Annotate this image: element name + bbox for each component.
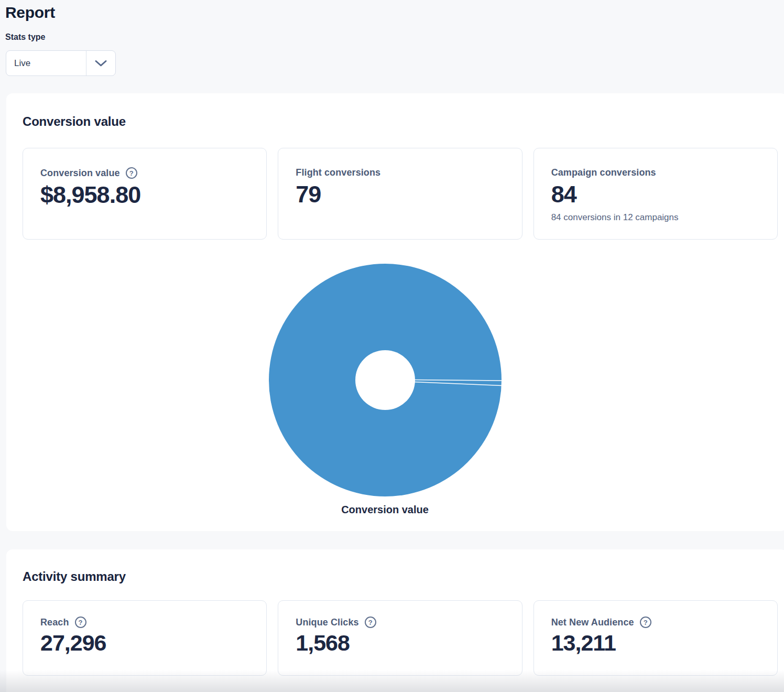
card-value: 13,211 — [551, 631, 760, 655]
help-icon[interactable]: ? — [126, 167, 137, 179]
help-icon[interactable]: ? — [75, 617, 86, 628]
donut-hole — [355, 350, 415, 410]
chevron-down-icon — [86, 51, 115, 75]
card-value: 27,296 — [40, 631, 249, 655]
conversion-cards-row: Conversion value ? $8,958.80 Flight conv… — [23, 148, 778, 240]
card-label: Flight conversions — [296, 167, 380, 178]
card-flight-conversions: Flight conversions 79 — [278, 148, 522, 240]
card-value: 79 — [296, 181, 505, 208]
donut-chart-caption: Conversion value — [341, 504, 429, 516]
card-campaign-conversions: Campaign conversions 84 84 conversions i… — [533, 148, 778, 240]
conversion-section-title: Conversion value — [23, 115, 778, 128]
card-subtext: 84 conversions in 12 campaigns — [551, 212, 760, 223]
card-label: Conversion value — [40, 168, 120, 179]
card-label: Net New Audience — [551, 617, 634, 628]
help-icon[interactable]: ? — [640, 617, 651, 628]
card-reach: Reach ? 27,296 — [23, 600, 267, 676]
stats-type-label: Stats type — [5, 33, 784, 42]
page-title: Report — [5, 4, 784, 21]
stats-type-selected-value: Live — [6, 51, 86, 75]
card-value: 84 — [551, 181, 760, 208]
card-label: Reach — [40, 617, 69, 628]
card-value: 1,568 — [296, 631, 505, 655]
help-icon[interactable]: ? — [365, 617, 376, 628]
card-label: Unique Clicks — [296, 617, 358, 628]
card-conversion-value: Conversion value ? $8,958.80 — [23, 148, 267, 240]
activity-cards-row: Reach ? 27,296 Unique Clicks ? 1,568 Net… — [23, 600, 778, 676]
donut-chart-svg — [268, 263, 502, 497]
card-net-new-audience: Net New Audience ? 13,211 — [533, 600, 778, 676]
conversion-donut-chart: Conversion value — [7, 263, 763, 516]
page-header: Report Stats type Live — [0, 0, 784, 76]
conversion-value-panel: Conversion value Conversion value ? $8,9… — [6, 93, 784, 531]
stats-type-select[interactable]: Live — [6, 50, 116, 76]
card-label: Campaign conversions — [551, 167, 656, 178]
activity-section-title: Activity summary — [23, 570, 778, 583]
activity-summary-panel: Activity summary Reach ? 27,296 Unique C… — [6, 549, 784, 692]
card-value: $8,958.80 — [40, 182, 249, 208]
card-unique-clicks: Unique Clicks ? 1,568 — [278, 600, 522, 676]
